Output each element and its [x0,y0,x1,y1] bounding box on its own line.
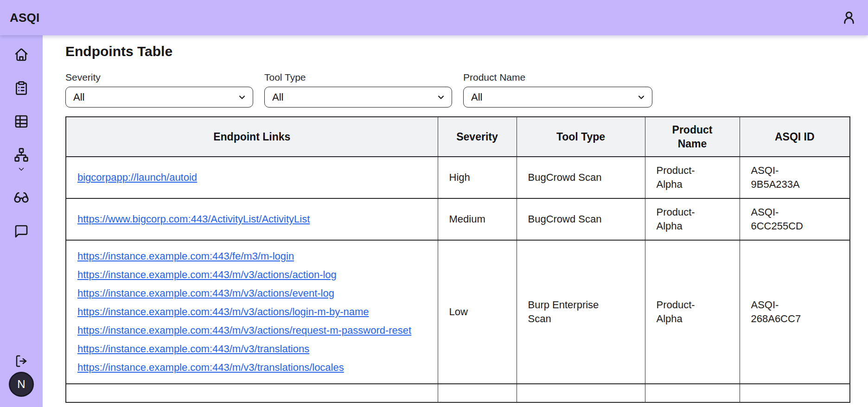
page-title: Endpoints Table [65,44,849,59]
filters-bar: Severity All Tool Type All [65,72,849,108]
asqi-id-cell: ASQI-6CC255CD [740,198,850,240]
endpoint-links-cell [66,384,438,402]
table-row-clipped [66,384,850,402]
table-row: https://instance.example.com:443/fe/m3/m… [66,240,850,384]
endpoints-table: Endpoint Links Severity Tool Type Produc… [65,116,850,403]
sitemap-icon[interactable] [14,147,29,162]
tool-type-cell [517,384,645,402]
tool-type-select[interactable]: All [264,87,452,108]
table-row: bigcorpapp://launch/autoid High BugCrowd… [66,157,850,198]
glasses-icon[interactable] [13,190,29,205]
table-row: https://www.bigcorp.com:443/ActivityList… [66,198,850,240]
col-header-product-name: Product Name [645,117,740,157]
brand-logo: ASQI [10,11,39,25]
chevron-down-icon[interactable] [17,165,26,173]
severity-select[interactable]: All [65,87,253,108]
logout-icon[interactable] [14,354,28,368]
main-content: Endpoints Table Severity All Tool Type A… [43,35,868,407]
endpoint-links-cell: https://www.bigcorp.com:443/ActivityList… [66,198,438,240]
app-header: ASQI [0,0,868,35]
severity-filter-label: Severity [65,72,253,83]
severity-cell [438,384,517,402]
filter-tool-type: Tool Type All [264,72,452,108]
product-name-cell: Product-Alpha [645,198,740,240]
product-name-filter-label: Product Name [463,72,652,83]
table-icon[interactable] [14,114,29,129]
endpoint-link[interactable]: bigcorpapp://launch/autoid [77,168,427,187]
col-header-tool-type: Tool Type [517,117,645,157]
severity-cell: Low [438,240,517,384]
severity-cell: High [438,157,517,198]
clipboard-list-icon[interactable] [14,81,29,95]
product-name-cell: Product-Alpha [645,157,740,198]
asqi-id-cell [740,384,850,402]
product-name-cell: Product-Alpha [645,240,740,384]
endpoint-link[interactable]: https://instance.example.com:443/m/v3/ac… [77,303,427,321]
user-icon[interactable] [841,10,857,25]
endpoint-link[interactable]: https://instance.example.com:443/m/v3/tr… [77,340,427,358]
tool-type-cell: BugCrowd Scan [517,157,645,198]
product-name-cell [645,384,740,402]
asqi-id-cell: ASQI-268A6CC7 [740,240,850,384]
avatar[interactable]: N [9,372,34,397]
sidebar: N [0,35,43,407]
endpoint-link[interactable]: https://instance.example.com:443/m/v3/ac… [77,284,427,303]
col-header-asqi-id: ASQI ID [740,117,850,157]
tool-type-cell: BugCrowd Scan [517,198,645,240]
table-header-row: Endpoint Links Severity Tool Type Produc… [66,117,850,157]
endpoint-link[interactable]: https://www.bigcorp.com:443/ActivityList… [77,210,427,229]
endpoint-link[interactable]: https://instance.example.com:443/m/v3/tr… [77,358,427,377]
endpoint-links-cell: https://instance.example.com:443/fe/m3/m… [66,240,438,384]
home-icon[interactable] [14,47,29,62]
sitemap-nav-group [14,147,29,173]
filter-product-name: Product Name All [463,72,652,108]
tool-type-cell: Burp Enterprise Scan [517,240,645,384]
endpoint-link[interactable]: https://instance.example.com:443/m/v3/ac… [77,321,427,340]
endpoint-links-cell: bigcorpapp://launch/autoid [66,157,438,198]
chat-icon[interactable] [14,224,29,239]
product-name-select[interactable]: All [463,87,652,108]
col-header-endpoint-links: Endpoint Links [66,117,438,157]
col-header-severity: Severity [438,117,517,157]
asqi-id-cell: ASQI-9B5A233A [740,157,850,198]
tool-type-filter-label: Tool Type [264,72,452,83]
endpoint-link[interactable]: https://instance.example.com:443/fe/m3/m… [77,247,427,266]
endpoint-link[interactable]: https://instance.example.com:443/m/v3/ac… [77,266,427,284]
severity-cell: Medium [438,198,517,240]
filter-severity: Severity All [65,72,253,108]
